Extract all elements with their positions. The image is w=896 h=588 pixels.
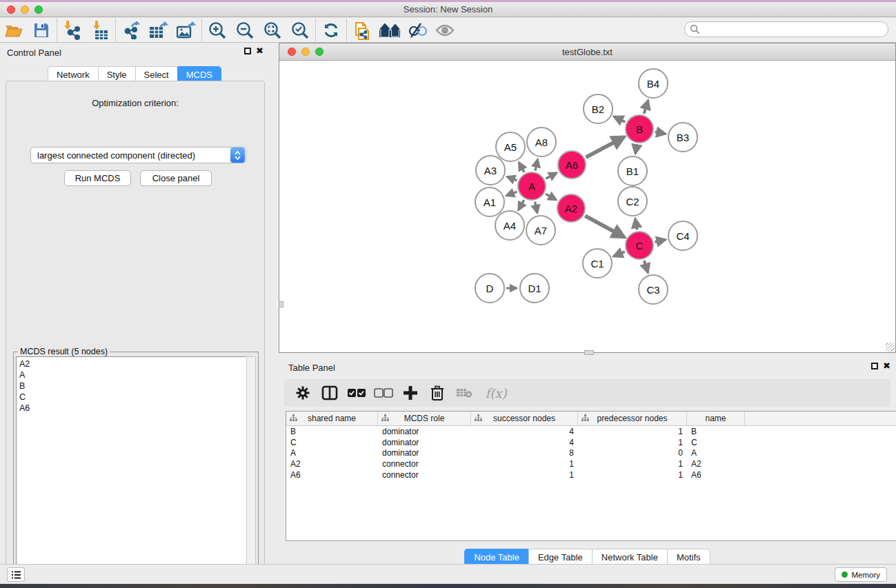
column-header-successor-nodes[interactable]: successor nodes	[471, 412, 578, 425]
graph-node-C3[interactable]: C3	[638, 274, 668, 305]
zoom-in-icon[interactable]	[203, 19, 231, 41]
add-row-icon[interactable]	[400, 383, 421, 403]
column-header-name[interactable]: name	[687, 412, 745, 425]
graph-node-C2[interactable]: C2	[617, 186, 648, 216]
edge-B-B1[interactable]	[635, 145, 637, 154]
close-panel-icon[interactable]: ✖	[256, 48, 263, 54]
hide-glasses-icon[interactable]	[404, 19, 431, 41]
deselect-all-icon[interactable]	[373, 383, 394, 403]
graph-node-A7[interactable]: A7	[526, 215, 556, 245]
graph-node-A8[interactable]: A8	[526, 127, 557, 157]
edge-B-B4[interactable]	[644, 101, 648, 114]
table-row[interactable]: Cdominator41C	[286, 437, 896, 448]
table-panel: Table Panel ✖ f(x) shared	[279, 358, 896, 564]
edge-C-C1[interactable]	[614, 252, 625, 256]
column-label: MCDS role	[404, 414, 445, 423]
result-scrollbar[interactable]	[246, 356, 256, 582]
refresh-icon[interactable]	[317, 19, 345, 41]
search-input[interactable]	[700, 23, 888, 36]
divider-grip[interactable]	[279, 301, 283, 307]
edge-B-B3[interactable]	[655, 132, 666, 134]
column-header-predecessor-nodes[interactable]: predecessor nodes	[578, 412, 687, 425]
graph-node-A6[interactable]: A6	[557, 150, 586, 179]
result-item[interactable]: B	[19, 381, 247, 392]
node-table[interactable]: shared nameMCDS rolesuccessor nodesprede…	[286, 411, 896, 541]
graph-node-A2[interactable]: A2	[557, 194, 586, 223]
float-panel-icon[interactable]	[244, 48, 251, 54]
mcds-result-list[interactable]: A2ABCA6	[16, 356, 248, 582]
edge-A-A2[interactable]	[546, 194, 556, 200]
result-item[interactable]: A2	[19, 358, 247, 369]
run-mcds-button[interactable]: Run MCDS	[64, 170, 131, 186]
save-session-icon[interactable]	[28, 19, 55, 41]
edge-B-B2[interactable]	[614, 116, 625, 122]
graph-node-C[interactable]: C	[625, 231, 654, 260]
graph-node-A[interactable]: A	[517, 172, 546, 201]
show-eye-icon[interactable]	[431, 19, 459, 41]
result-item[interactable]: A	[19, 369, 247, 381]
criterion-dropdown[interactable]: largest connected component (directed)	[30, 147, 246, 163]
zoom-out-icon[interactable]	[231, 19, 259, 41]
edge-C-C3[interactable]	[644, 261, 648, 272]
graph-node-B3[interactable]: B3	[668, 122, 698, 152]
copy-network-icon[interactable]	[348, 19, 376, 41]
edge-A2-C[interactable]	[585, 216, 624, 237]
table-row[interactable]: A2connector11A2	[286, 458, 896, 469]
export-table-icon[interactable]	[145, 19, 172, 41]
graph-node-D1[interactable]: D1	[519, 273, 550, 303]
task-history-button[interactable]	[7, 567, 25, 582]
table-row[interactable]: Adominator80A	[286, 448, 896, 459]
graph-node-B1[interactable]: B1	[617, 156, 648, 186]
table-row[interactable]: Bdominator41B	[286, 426, 896, 437]
graph-node-B4[interactable]: B4	[638, 68, 668, 99]
result-item[interactable]: A6	[19, 403, 247, 414]
resize-grip-icon[interactable]	[886, 343, 895, 352]
close-panel-button[interactable]: Close panel	[140, 170, 212, 186]
table-row[interactable]: A6connector11A6	[286, 469, 896, 480]
settings-gear-icon[interactable]	[292, 383, 313, 403]
cell-successor-nodes: 8	[471, 448, 578, 458]
edge-A-A4[interactable]	[519, 200, 524, 210]
show-column-icon[interactable]	[319, 383, 340, 403]
import-table-icon[interactable]	[86, 19, 114, 41]
graph-node-B2[interactable]: B2	[583, 94, 613, 124]
edge-A6-B[interactable]	[586, 137, 624, 158]
graph-node-D[interactable]: D	[475, 273, 505, 303]
edge-A-A6[interactable]	[546, 173, 557, 179]
close-table-panel-icon[interactable]: ✖	[883, 363, 890, 369]
export-image-icon[interactable]	[172, 19, 200, 41]
graph-node-A5[interactable]: A5	[495, 132, 526, 162]
delete-row-icon[interactable]	[427, 383, 448, 403]
network-titlebar[interactable]: testGlobe.txt	[279, 43, 895, 61]
edge-A-A3[interactable]	[507, 176, 517, 180]
import-network-icon[interactable]	[59, 19, 86, 41]
edge-C-C2[interactable]	[635, 219, 637, 230]
zoom-selected-icon[interactable]	[286, 19, 314, 41]
edge-A-A8[interactable]	[535, 159, 538, 170]
zoom-fit-icon[interactable]	[259, 19, 286, 41]
delete-table-icon[interactable]	[454, 383, 475, 403]
toolbar-search[interactable]	[684, 21, 888, 37]
select-all-icon[interactable]	[346, 383, 367, 403]
divider-grip[interactable]	[584, 350, 594, 355]
graph-node-A3[interactable]: A3	[475, 155, 506, 185]
function-builder-icon[interactable]: f(x)	[481, 383, 511, 403]
edge-A-A1[interactable]	[506, 192, 517, 196]
graph-node-B[interactable]: B	[625, 114, 654, 143]
open-file-icon[interactable]	[0, 19, 28, 41]
column-header-MCDS-role[interactable]: MCDS role	[378, 412, 471, 425]
result-item[interactable]: C	[19, 392, 247, 403]
column-header-shared-name[interactable]: shared name	[286, 412, 378, 425]
graph-node-A4[interactable]: A4	[495, 210, 525, 241]
edge-A-A7[interactable]	[535, 202, 537, 213]
export-network-icon[interactable]	[117, 19, 145, 41]
edge-A-A5[interactable]	[519, 163, 524, 172]
network-canvas[interactable]: B4B2BB3A8A5A6A3B1AC2A1A2A4A7C4CC1DD1C3	[279, 61, 895, 352]
memory-button[interactable]: Memory	[835, 567, 887, 582]
edge-C-C4[interactable]	[655, 240, 665, 242]
window-title: Session: New Session	[0, 4, 896, 14]
graph-node-C1[interactable]: C1	[582, 248, 613, 278]
float-table-panel-icon[interactable]	[871, 363, 878, 369]
cybrowser-home-icon[interactable]	[376, 19, 404, 41]
graph-node-C4[interactable]: C4	[668, 221, 698, 251]
